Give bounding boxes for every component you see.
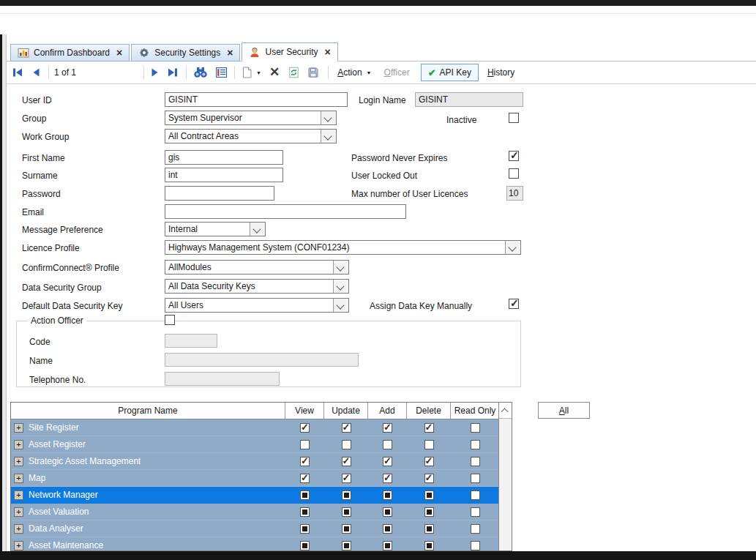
table-row[interactable]: Strategic Asset Management — [11, 453, 501, 470]
data-security-group-select[interactable]: All Data Security Keys — [165, 279, 349, 294]
view-checkbox[interactable] — [300, 440, 310, 449]
table-row[interactable]: Asset Valuation — [11, 504, 501, 520]
view-checkbox[interactable] — [300, 457, 310, 466]
read-only-checkbox[interactable] — [471, 457, 480, 466]
chevron-down-icon[interactable] — [333, 299, 348, 312]
api-key-button[interactable]: API Key — [421, 64, 479, 81]
column-header-view[interactable]: View — [285, 403, 324, 419]
assign-data-key-manually-checkbox[interactable] — [509, 299, 519, 309]
table-row[interactable]: Asset Register — [11, 436, 501, 453]
add-checkbox[interactable] — [383, 457, 392, 466]
new-record-icon[interactable] — [242, 64, 252, 81]
expand-icon[interactable] — [14, 423, 23, 433]
table-row[interactable]: Map — [11, 470, 501, 487]
close-icon[interactable] — [227, 48, 233, 57]
licence-profile-select[interactable]: Highways Management System (CONF01234) — [165, 240, 521, 255]
default-data-security-key-select[interactable]: All Users — [165, 298, 349, 313]
update-checkbox[interactable] — [342, 457, 351, 466]
chevron-down-icon[interactable] — [333, 280, 348, 293]
update-checkbox[interactable] — [342, 440, 351, 449]
table-row[interactable]: Asset Maintenance — [11, 537, 501, 551]
previous-record-button[interactable] — [31, 64, 40, 81]
delete-checkbox[interactable] — [424, 524, 434, 534]
message-preference-select[interactable]: Internal — [165, 222, 266, 236]
add-checkbox[interactable] — [383, 474, 392, 483]
user-id-input[interactable] — [165, 92, 348, 107]
last-record-button[interactable] — [167, 64, 179, 81]
first-record-button[interactable] — [12, 64, 23, 81]
confirmconnect-profile-select[interactable]: AllModules — [165, 260, 349, 275]
column-header-add[interactable]: Add — [368, 403, 407, 419]
expand-icon[interactable] — [14, 541, 23, 550]
browse-list-icon[interactable] — [215, 64, 228, 81]
update-checkbox[interactable] — [342, 541, 351, 550]
history-button[interactable]: History — [487, 64, 514, 81]
add-checkbox[interactable] — [383, 440, 392, 449]
next-record-button[interactable] — [151, 64, 160, 81]
all-button[interactable]: All — [538, 402, 590, 419]
action-menu-button[interactable]: Action ▼ — [337, 64, 371, 81]
tab-security-settings[interactable]: Security Settings — [131, 44, 240, 61]
user-locked-out-checkbox[interactable] — [509, 168, 519, 179]
chevron-down-icon[interactable] — [321, 130, 336, 143]
email-input[interactable] — [165, 204, 406, 219]
update-checkbox[interactable] — [342, 490, 351, 500]
first-name-input[interactable] — [165, 150, 283, 165]
update-checkbox[interactable] — [342, 474, 351, 483]
tab-confirm-dashboard[interactable]: Confirm Dashboard — [10, 44, 130, 61]
column-header-delete[interactable]: Delete — [407, 403, 451, 419]
surname-input[interactable] — [165, 168, 283, 182]
action-officer-checkbox[interactable] — [165, 315, 175, 325]
group-select[interactable]: System Supervisor — [165, 111, 337, 125]
chevron-down-icon[interactable] — [250, 223, 265, 236]
max-user-licences-input[interactable] — [506, 186, 523, 201]
inactive-checkbox[interactable] — [509, 113, 519, 123]
delete-checkbox[interactable] — [424, 457, 434, 466]
password-input[interactable] — [165, 186, 274, 201]
read-only-checkbox[interactable] — [471, 490, 480, 500]
read-only-checkbox[interactable] — [471, 524, 480, 534]
password-never-expires-checkbox[interactable] — [509, 151, 519, 161]
expand-icon[interactable] — [14, 440, 23, 449]
update-checkbox[interactable] — [342, 507, 351, 517]
table-row[interactable]: Site Register — [11, 419, 501, 436]
refresh-icon[interactable] — [288, 64, 299, 81]
update-checkbox[interactable] — [342, 524, 351, 534]
expand-icon[interactable] — [14, 507, 23, 517]
read-only-checkbox[interactable] — [471, 423, 480, 433]
column-header-read-only[interactable]: Read Only — [451, 403, 499, 419]
add-checkbox[interactable] — [383, 423, 392, 433]
delete-checkbox[interactable] — [424, 440, 434, 449]
add-checkbox[interactable] — [383, 541, 392, 550]
view-checkbox[interactable] — [300, 541, 310, 550]
expand-icon[interactable] — [14, 524, 23, 534]
work-group-select[interactable]: All Contract Areas — [165, 129, 337, 143]
view-checkbox[interactable] — [300, 524, 310, 534]
tab-user-security[interactable]: User Security — [242, 42, 337, 61]
view-checkbox[interactable] — [300, 507, 310, 517]
table-row[interactable]: Network Manager — [11, 487, 501, 504]
close-icon[interactable] — [116, 48, 122, 57]
view-checkbox[interactable] — [300, 423, 310, 433]
view-checkbox[interactable] — [300, 490, 310, 500]
delete-checkbox[interactable] — [424, 541, 434, 550]
add-checkbox[interactable] — [383, 490, 392, 500]
expand-icon[interactable] — [14, 474, 23, 483]
read-only-checkbox[interactable] — [471, 440, 480, 449]
close-icon[interactable] — [325, 48, 331, 56]
delete-checkbox[interactable] — [424, 507, 434, 517]
add-checkbox[interactable] — [383, 524, 392, 534]
read-only-checkbox[interactable] — [471, 541, 480, 550]
delete-checkbox[interactable] — [424, 490, 434, 500]
read-only-checkbox[interactable] — [471, 474, 480, 483]
column-header-program-name[interactable]: Program Name — [11, 403, 285, 419]
table-row[interactable]: Data Analyser — [11, 520, 501, 537]
delete-checkbox[interactable] — [424, 474, 434, 483]
view-checkbox[interactable] — [300, 474, 310, 483]
read-only-checkbox[interactable] — [471, 507, 480, 517]
table-scrollbar[interactable] — [498, 403, 512, 550]
add-checkbox[interactable] — [383, 507, 392, 517]
delete-checkbox[interactable] — [424, 423, 434, 433]
chevron-down-icon[interactable] — [505, 241, 520, 254]
scroll-up-icon[interactable] — [499, 403, 512, 419]
